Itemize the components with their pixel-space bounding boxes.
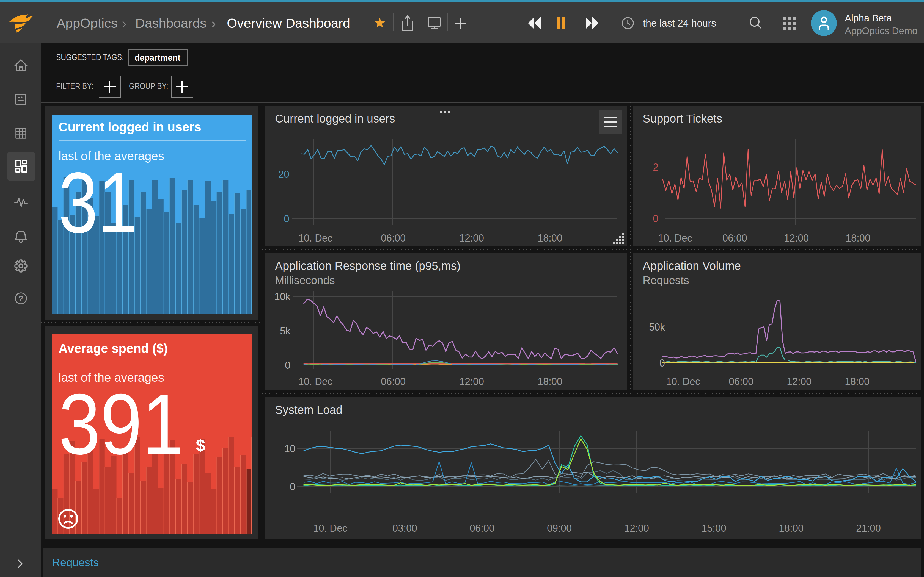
svg-text:?: ?	[18, 294, 23, 303]
